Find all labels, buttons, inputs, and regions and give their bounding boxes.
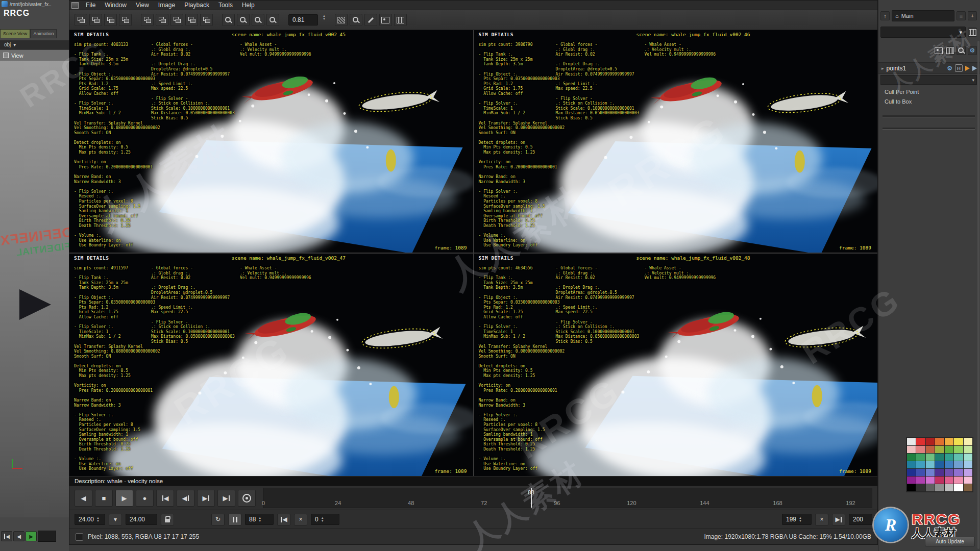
palette-swatch[interactable] [935, 461, 944, 468]
annotate-pencil-icon[interactable] [364, 14, 377, 26]
tab-animation[interactable]: Animation [30, 29, 57, 38]
menu-image[interactable]: Image [154, 1, 179, 9]
hplaybar-frame-box[interactable] [38, 531, 56, 542]
palette-swatch[interactable] [907, 446, 916, 453]
palette-swatch[interactable] [945, 477, 953, 484]
palette-swatch[interactable] [945, 454, 953, 461]
zoom-out-icon[interactable] [222, 14, 235, 26]
palette-swatch[interactable] [907, 438, 916, 445]
menu-help[interactable]: Help [238, 1, 259, 9]
palette-swatch[interactable] [916, 438, 925, 445]
palette-swatch[interactable] [945, 438, 953, 445]
range-end-spinner[interactable]: ▲▼ [799, 516, 802, 522]
current-frame-field[interactable]: 88 ▲▼ [245, 514, 274, 525]
image-compare-icon[interactable] [379, 14, 392, 26]
viewport-quad-2[interactable]: SIM DETAILS scene name: whale_jump_fx_fl… [474, 30, 878, 253]
palette-swatch[interactable] [907, 477, 916, 484]
palette-swatch[interactable] [926, 454, 935, 461]
palette-swatch[interactable] [954, 446, 963, 453]
seq-remove-icon[interactable] [170, 14, 183, 26]
palette-swatch[interactable] [954, 461, 963, 468]
jump-start-button[interactable]: ◀ [156, 490, 174, 507]
palette-swatch[interactable] [945, 484, 953, 491]
fps-field[interactable]: 24.00 ▲▼ [75, 514, 105, 525]
tab-scene-view[interactable]: Scene View [0, 29, 30, 38]
palette-swatch[interactable] [916, 461, 925, 468]
panel-menu-icon[interactable]: ≡ [957, 11, 966, 20]
palette-swatch[interactable] [954, 454, 963, 461]
palette-swatch[interactable] [916, 446, 925, 453]
palette-swatch[interactable] [907, 484, 916, 491]
seq-add-icon[interactable] [141, 14, 154, 26]
range-end-field[interactable]: 199 ▲▼ [782, 514, 812, 525]
palette-swatch[interactable] [964, 477, 972, 484]
palette-swatch[interactable] [926, 438, 935, 445]
grid-toggle-icon[interactable] [945, 46, 954, 55]
palette-swatch[interactable] [954, 477, 963, 484]
gamma-field[interactable]: 0.81 [288, 14, 318, 26]
palette-swatch[interactable] [926, 446, 935, 453]
goto-start-button[interactable]: ◀ [277, 514, 290, 525]
viewport-view-menu[interactable]: View [0, 50, 69, 61]
filter-extra-icon[interactable] [968, 28, 977, 37]
palette-swatch[interactable] [945, 461, 953, 468]
window-menu-icon[interactable] [71, 2, 79, 9]
palette-swatch[interactable] [964, 446, 972, 453]
param-slider-2[interactable] [883, 128, 975, 130]
node-expand-icon[interactable]: ▸ [881, 66, 884, 71]
zoom-fit-icon[interactable] [252, 14, 264, 26]
viewport-quad-1[interactable]: SIM DETAILS scene name: whale_jump_fx_fl… [69, 30, 473, 253]
palette-swatch[interactable] [935, 469, 944, 476]
viewport-quad-4[interactable]: SIM DETAILS scene name: whale_jump_fx_fl… [474, 254, 878, 476]
menu-file[interactable]: File [82, 1, 100, 9]
fps-spinner[interactable]: ▲▼ [96, 516, 100, 522]
start-frame-spinner[interactable]: ▲▼ [321, 516, 324, 522]
palette-swatch[interactable] [926, 469, 935, 476]
filter-dropdown[interactable]: ▾ [880, 27, 966, 38]
palette-swatch[interactable] [964, 438, 972, 445]
menu-playback[interactable]: Playback [180, 1, 213, 9]
palette-swatch[interactable] [926, 484, 935, 491]
search-icon[interactable] [957, 46, 966, 55]
layout-two-icon[interactable] [89, 14, 102, 26]
param-slider-1[interactable] [883, 115, 975, 117]
palette-swatch[interactable] [964, 454, 972, 461]
hplaybar-play-button[interactable]: ▶ [26, 531, 37, 541]
palette-swatch[interactable] [907, 469, 916, 476]
viewport-quad-3[interactable]: SIM DETAILS scene name: whale_jump_fx_fl… [69, 254, 473, 476]
menu-view[interactable]: View [132, 1, 153, 9]
start-frame-field[interactable]: 0 ▲▼ [311, 514, 339, 525]
palette-swatch[interactable] [907, 461, 916, 468]
palette-swatch[interactable] [954, 469, 963, 476]
settings-gear-icon[interactable]: ⚙ [968, 46, 977, 55]
palette-swatch[interactable] [954, 438, 963, 445]
goto-end-button[interactable]: ▶ [832, 514, 845, 525]
node-gear-icon[interactable]: ⚙ [947, 65, 952, 72]
palette-swatch[interactable] [954, 484, 963, 491]
play-reverse-button[interactable]: ◀ [75, 490, 92, 507]
loop-playback-button[interactable]: ↻ [211, 514, 225, 525]
loop-mode-button[interactable] [238, 490, 256, 507]
palette-swatch[interactable] [916, 477, 925, 484]
palette-swatch[interactable] [964, 484, 972, 491]
palette-swatch[interactable] [945, 469, 953, 476]
palette-swatch[interactable] [935, 454, 944, 461]
background-toggle-icon[interactable] [335, 14, 348, 26]
layout-grid-icon[interactable] [119, 14, 132, 26]
zoom-in-icon[interactable] [237, 14, 250, 26]
palette-swatch[interactable] [907, 454, 916, 461]
panel-scrollbar[interactable] [977, 41, 979, 549]
hplaybar-jump-start-button[interactable]: ◀ [1, 531, 12, 541]
obj-path-menu[interactable]: obj ▾ [0, 40, 69, 49]
end-frame-field[interactable]: 200 [849, 514, 872, 525]
frame-spinner[interactable]: ▲▼ [258, 516, 261, 522]
clear-end-button[interactable]: × [815, 514, 828, 525]
palette-swatch[interactable] [916, 469, 925, 476]
fps-display-field[interactable]: 24.00 [126, 514, 157, 525]
node-display-flag[interactable] [965, 66, 970, 71]
layout-single-icon[interactable] [75, 14, 87, 26]
panel-add-icon[interactable]: + [968, 11, 977, 20]
layout-close-icon[interactable] [104, 14, 117, 26]
pause-button[interactable] [228, 514, 241, 525]
palette-swatch[interactable] [964, 461, 972, 468]
